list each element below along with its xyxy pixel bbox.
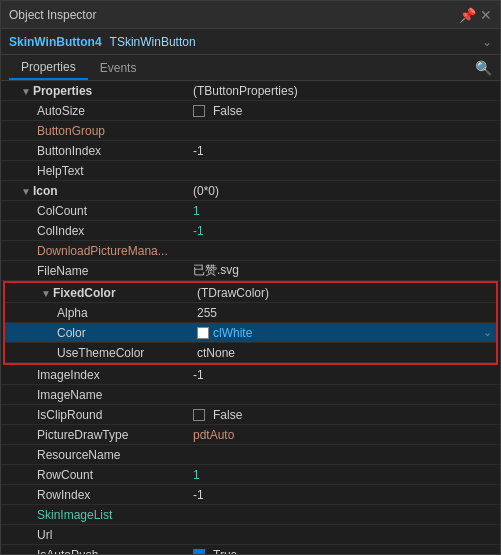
close-icon[interactable]: ✕	[480, 7, 492, 23]
row-rowindex[interactable]: RowIndex -1	[1, 485, 500, 505]
prop-name-color: Color	[9, 326, 189, 340]
prop-name-isclipround: IsClipRound	[5, 408, 185, 422]
row-imagename[interactable]: ImageName	[1, 385, 500, 405]
object-name-bar: SkinWinButton4 TSkinWinButton ⌄	[1, 29, 500, 55]
object-dropdown-arrow[interactable]: ⌄	[482, 35, 492, 49]
object-name: SkinWinButton4	[9, 35, 102, 49]
prop-value-isautopush: True	[185, 548, 496, 555]
prop-name-icon: ▼Icon	[5, 184, 185, 198]
prop-value-color: clWhite ⌄	[189, 326, 492, 340]
prop-value-filename: 已赞.svg	[185, 262, 496, 279]
prop-value-buttonindex: -1	[185, 144, 496, 158]
row-isclipround[interactable]: IsClipRound False	[1, 405, 500, 425]
row-rowcount[interactable]: RowCount 1	[1, 465, 500, 485]
prop-name-colcount: ColCount	[5, 204, 185, 218]
row-buttongroup[interactable]: ButtonGroup	[1, 121, 500, 141]
row-filename[interactable]: FileName 已赞.svg	[1, 261, 500, 281]
row-autosize[interactable]: AutoSize False	[1, 101, 500, 121]
title-icons: 📌 ✕	[459, 7, 492, 23]
expand-properties-arrow: ▼	[21, 86, 31, 97]
prop-name-url: Url	[5, 528, 185, 542]
color-dropdown-arrow[interactable]: ⌄	[483, 326, 492, 339]
expand-icon-arrow: ▼	[21, 186, 31, 197]
properties-content[interactable]: ▼Properties (TButtonProperties) AutoSize…	[1, 81, 500, 554]
prop-name-downloadpicture: DownloadPictureMana...	[5, 244, 185, 258]
row-alpha[interactable]: Alpha 255	[5, 303, 496, 323]
row-downloadpicture[interactable]: DownloadPictureMana...	[1, 241, 500, 261]
prop-name-rowindex: RowIndex	[5, 488, 185, 502]
prop-name-rowcount: RowCount	[5, 468, 185, 482]
row-resourcename[interactable]: ResourceName	[1, 445, 500, 465]
pin-icon[interactable]: 📌	[459, 7, 476, 23]
prop-name-colindex: ColIndex	[5, 224, 185, 238]
prop-value-autosize: False	[185, 104, 496, 118]
row-skinimagelist[interactable]: SkinImageList	[1, 505, 500, 525]
row-color[interactable]: Color clWhite ⌄	[5, 323, 496, 343]
prop-name-buttonindex: ButtonIndex	[5, 144, 185, 158]
row-usethemecolor[interactable]: UseThemeColor ctNone	[5, 343, 496, 363]
prop-value-fixedcolor: (TDrawColor)	[189, 286, 492, 300]
color-swatch	[197, 327, 209, 339]
prop-value-usethemecolor: ctNone	[189, 346, 492, 360]
row-helptext[interactable]: HelpText	[1, 161, 500, 181]
prop-value-colindex: -1	[185, 224, 496, 238]
prop-value-colcount: 1	[185, 204, 496, 218]
row-icon-header[interactable]: ▼Icon (0*0)	[1, 181, 500, 201]
prop-name-isautopush: IsAutoPush	[5, 548, 185, 555]
prop-value-picturedrawtype: pdtAuto	[185, 428, 496, 442]
object-inspector-window: Object Inspector 📌 ✕ SkinWinButton4 TSki…	[0, 0, 501, 555]
title-bar-left: Object Inspector	[9, 8, 96, 22]
prop-name-buttongroup: ButtonGroup	[5, 124, 185, 138]
tab-properties[interactable]: Properties	[9, 56, 88, 80]
row-buttonindex[interactable]: ButtonIndex -1	[1, 141, 500, 161]
row-colcount[interactable]: ColCount 1	[1, 201, 500, 221]
prop-value-isclipround: False	[185, 408, 496, 422]
prop-value-alpha: 255	[189, 306, 492, 320]
object-type: TSkinWinButton	[110, 35, 196, 49]
expand-fixedcolor-arrow: ▼	[41, 288, 51, 299]
prop-name-fixedcolor: ▼FixedColor	[9, 286, 189, 300]
prop-name-imagename: ImageName	[5, 388, 185, 402]
row-fixedcolor-header[interactable]: ▼FixedColor (TDrawColor)	[5, 283, 496, 303]
prop-value-icon: (0*0)	[185, 184, 496, 198]
prop-name-usethemecolor: UseThemeColor	[9, 346, 189, 360]
prop-name-skinimagelist: SkinImageList	[5, 508, 185, 522]
prop-name-resourcename: ResourceName	[5, 448, 185, 462]
title-bar: Object Inspector 📌 ✕	[1, 1, 500, 29]
prop-name-filename: FileName	[5, 264, 185, 278]
isclipround-checkbox[interactable]	[193, 409, 205, 421]
prop-value-rowindex: -1	[185, 488, 496, 502]
row-properties-header[interactable]: ▼Properties (TButtonProperties)	[1, 81, 500, 101]
prop-value-imageindex: -1	[185, 368, 496, 382]
tabs-bar: Properties Events 🔍	[1, 55, 500, 81]
prop-value-properties: (TButtonProperties)	[185, 84, 496, 98]
prop-name-imageindex: ImageIndex	[5, 368, 185, 382]
row-colindex[interactable]: ColIndex -1	[1, 221, 500, 241]
window-title: Object Inspector	[9, 8, 96, 22]
prop-name-autosize: AutoSize	[5, 104, 185, 118]
row-isautopush[interactable]: IsAutoPush True	[1, 545, 500, 554]
autosize-checkbox[interactable]	[193, 105, 205, 117]
prop-name-picturedrawtype: PictureDrawType	[5, 428, 185, 442]
search-icon[interactable]: 🔍	[475, 60, 492, 76]
prop-name-properties: ▼Properties	[5, 84, 185, 98]
prop-name-alpha: Alpha	[9, 306, 189, 320]
prop-value-rowcount: 1	[185, 468, 496, 482]
row-picturedrawtype[interactable]: PictureDrawType pdtAuto	[1, 425, 500, 445]
row-url[interactable]: Url	[1, 525, 500, 545]
row-imageindex[interactable]: ImageIndex -1	[1, 365, 500, 385]
isautopush-checkbox[interactable]	[193, 549, 205, 555]
tab-events[interactable]: Events	[88, 57, 149, 79]
prop-name-helptext: HelpText	[5, 164, 185, 178]
